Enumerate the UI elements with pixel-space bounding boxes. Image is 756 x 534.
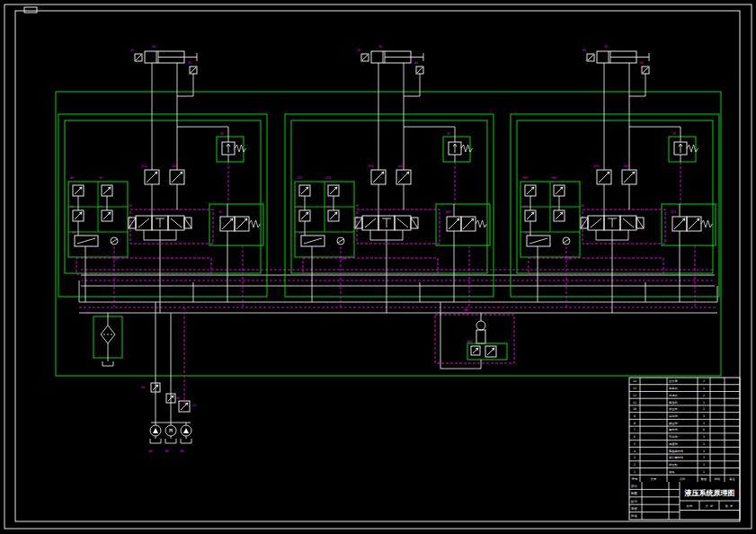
component-tag: 4V xyxy=(70,176,75,180)
component-tag: 5V xyxy=(583,49,587,52)
component-tag: 23V xyxy=(566,257,573,261)
drawing-border-frame xyxy=(4,4,752,529)
station-tag: XV xyxy=(176,396,181,400)
sign-row-label: 制图 xyxy=(631,492,637,495)
part-qty: 3 xyxy=(703,449,705,453)
parts-header: 名称 xyxy=(680,477,686,481)
component-tag: 2YA xyxy=(172,165,178,168)
part-no: 7 xyxy=(634,428,636,432)
station-tag: 2B xyxy=(180,449,183,453)
parts-header: 备注 xyxy=(729,477,734,481)
component-tag: 3F xyxy=(355,204,359,208)
component-tag: 2F xyxy=(129,204,132,208)
pump-station: MJVXVLV1B1M2BGL xyxy=(86,302,197,453)
part-name: 电动机 xyxy=(669,401,678,405)
part-qty: 3 xyxy=(703,414,705,418)
part-no: 4 xyxy=(634,449,636,453)
component-tag: 1YA xyxy=(141,165,147,168)
component-tag: 3V xyxy=(357,49,361,52)
part-name: 调速阀 xyxy=(669,442,678,446)
hydraulic-module-2: 2G3V4V3YA4YA2F3F10V11V12V13V14V15V16V xyxy=(285,45,494,313)
component-tag: 4YA xyxy=(398,165,405,168)
component-tag: 1V xyxy=(130,49,135,52)
part-no: 9 xyxy=(634,414,636,418)
component-tag: 3V xyxy=(218,210,223,214)
parts-header: 代号 xyxy=(651,477,657,481)
component-tag: 2V xyxy=(188,61,192,65)
part-qty: 6 xyxy=(703,428,705,432)
part-name: 单向阀 xyxy=(669,428,678,432)
svg-text:M: M xyxy=(169,427,173,433)
sheet-label: 共 张 xyxy=(706,504,713,508)
component-tag: 1F xyxy=(220,132,224,136)
sign-row-label: 审核 xyxy=(631,507,637,511)
station-tag: JV xyxy=(141,386,146,389)
part-qty: 3 xyxy=(703,422,705,425)
component-tag: 2G xyxy=(378,45,382,49)
component-tag: 11V xyxy=(297,176,303,180)
accumulator-tag: 24V xyxy=(467,340,473,343)
part-qty: 3 xyxy=(703,379,705,383)
part-no: 6 xyxy=(634,435,636,439)
part-no: 5 xyxy=(634,442,636,446)
part-no: 10 xyxy=(633,407,636,411)
page-label: 第 张 xyxy=(725,504,733,508)
component-tag: 3F xyxy=(672,132,676,136)
part-name: 压力表 xyxy=(669,379,678,383)
component-tag: 14V xyxy=(325,205,332,209)
part-name: 液压泵 xyxy=(669,407,678,411)
part-name: 过滤器 xyxy=(669,394,678,397)
component-tag: 16V xyxy=(341,257,347,261)
drawing-canvas[interactable]: 1G1V2V1YA2YA1F2F3V4V5V6V7V8V9V2G3V4V3YA4… xyxy=(0,0,756,534)
accumulator-group: XN24V xyxy=(435,302,514,369)
part-qty: 2 xyxy=(703,394,705,397)
component-tag: 19V xyxy=(551,176,557,180)
part-no: 8 xyxy=(634,422,636,425)
part-name: 液压缸 xyxy=(669,463,678,467)
component-tag: 3YA xyxy=(368,165,374,168)
part-no: 11 xyxy=(633,401,636,405)
component-tag: 6YA xyxy=(624,165,630,168)
component-tag: 2F xyxy=(447,132,450,136)
part-qty: 3 xyxy=(703,463,705,467)
part-name: 蓄能器 xyxy=(669,387,678,390)
component-tag: 21V xyxy=(551,205,557,209)
parts-header: 序号 xyxy=(632,477,638,481)
station-tag: LV xyxy=(192,404,197,407)
component-tag: 13V xyxy=(297,205,303,209)
accumulator-tag: XN xyxy=(464,308,467,312)
component-tag: 5V xyxy=(99,176,103,180)
hydraulic-module-1: 1G1V2V1YA2YA1F2F3V4V5V6V7V8V9V xyxy=(58,45,267,313)
hydraulic-module-3: 3G5V6V5YA6YA3F4F17V18V19V20V21V22V23V xyxy=(511,45,719,313)
parts-header: 材料 xyxy=(714,477,721,481)
part-no: 3 xyxy=(634,456,636,459)
component-tag: 4V xyxy=(414,61,419,65)
part-no: 14 xyxy=(633,379,636,383)
sign-row-label: 设计 xyxy=(631,484,637,488)
part-qty: 1 xyxy=(703,470,705,474)
scale-label: 比例 xyxy=(687,504,692,508)
part-name: 油箱 xyxy=(669,470,674,474)
part-name: 减压阀 xyxy=(669,422,678,425)
part-qty: 3 xyxy=(703,456,705,459)
sign-row-label: 批准 xyxy=(631,514,637,518)
part-name: 节流阀 xyxy=(669,435,678,439)
part-qty: 1 xyxy=(703,401,705,405)
drawing-title: 液压系统原理图 xyxy=(684,488,735,497)
component-tag: 10V xyxy=(445,210,451,214)
title-block: 14压力表313蓄能器112过滤器211电动机110液压泵29溢流阀38减压阀3… xyxy=(629,378,740,520)
station-tag: GL xyxy=(86,311,90,315)
component-tag: 18V xyxy=(522,176,529,180)
component-tag: 20V xyxy=(522,205,529,209)
component-tag: 17V xyxy=(671,210,677,214)
component-tag: 3G xyxy=(604,45,608,49)
part-qty: 3 xyxy=(703,442,705,446)
component-tag: 12V xyxy=(325,176,332,180)
part-qty: 1 xyxy=(703,387,705,390)
part-name: 电磁换向阀 xyxy=(669,449,683,453)
component-tag: 6V xyxy=(640,61,645,65)
station-tag: 1M xyxy=(165,449,168,453)
component-tag: 15V xyxy=(298,231,305,235)
part-name: 液控单向阀 xyxy=(669,456,683,459)
bus-lines xyxy=(79,270,717,313)
